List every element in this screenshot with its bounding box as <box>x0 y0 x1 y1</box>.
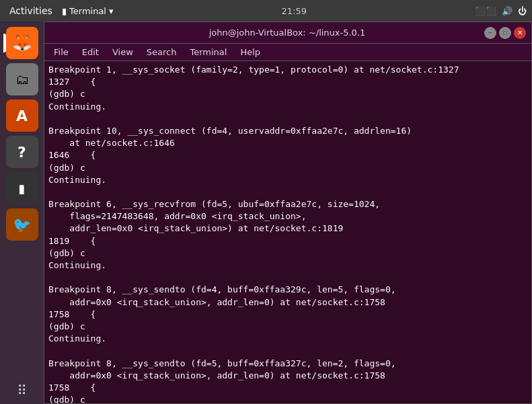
apps-grid-icon: ⠿ <box>17 382 27 399</box>
top-bar-left: Activities ▮ Terminal ▾ <box>5 5 114 16</box>
menu-file[interactable]: File <box>48 46 74 58</box>
firefox-icon: 🦊 <box>12 34 32 52</box>
terminal-sidebar-icon: ▮ <box>19 181 26 196</box>
power-icon: ⏻ <box>518 6 527 16</box>
activities-button[interactable]: Activities <box>5 5 56 16</box>
files-icon: 🗂 <box>15 71 29 87</box>
menu-search[interactable]: Search <box>141 46 182 58</box>
sidebar-item-files[interactable]: 🗂 <box>6 63 38 95</box>
terminal-menu-button[interactable]: ▮ Terminal ▾ <box>62 6 114 16</box>
top-bar-time: 21:59 <box>282 6 307 16</box>
software-icon: A <box>16 108 28 124</box>
sidebar-apps-button[interactable]: ⠿ <box>17 382 27 399</box>
sidebar-item-software[interactable]: A <box>6 99 38 132</box>
terminal-output[interactable]: Breakpoint 1, __sys_socket (family=2, ty… <box>44 61 531 403</box>
sidebar-item-firefox[interactable]: 🦊 <box>6 27 38 59</box>
close-button[interactable]: ✕ <box>514 27 526 39</box>
minimize-button[interactable]: − <box>484 27 496 39</box>
menu-edit[interactable]: Edit <box>77 46 104 58</box>
sidebar-item-terminal[interactable]: ▮ <box>6 172 38 204</box>
top-bar-right: ⬛⬛ 🔊 ⏻ <box>475 6 527 16</box>
window-titlebar: john@john-VirtualBox: ~/linux-5.0.1 − □ … <box>44 22 531 44</box>
bird-icon: 🐦 <box>13 216 31 233</box>
chevron-down-icon: ▾ <box>109 6 114 16</box>
system-icons: ⬛⬛ 🔊 ⏻ <box>475 6 527 16</box>
menu-view[interactable]: View <box>107 46 139 58</box>
terminal-window: john@john-VirtualBox: ~/linux-5.0.1 − □ … <box>44 22 532 404</box>
maximize-button[interactable]: □ <box>499 27 511 39</box>
top-bar: Activities ▮ Terminal ▾ 21:59 ⬛⬛ 🔊 ⏻ <box>0 0 532 22</box>
volume-icon: 🔊 <box>502 6 512 16</box>
help-icon: ? <box>17 144 26 161</box>
sidebar: 🦊 🗂 A ? ▮ 🐦 ⠿ <box>0 22 44 404</box>
menu-bar: File Edit View Search Terminal Help <box>44 44 531 61</box>
menu-help[interactable]: Help <box>235 46 266 58</box>
sidebar-item-help[interactable]: ? <box>6 136 38 168</box>
window-controls: − □ ✕ <box>484 27 526 39</box>
terminal-icon: ▮ <box>62 6 67 16</box>
sidebar-item-bird[interactable]: 🐦 <box>6 208 38 241</box>
window-title: john@john-VirtualBox: ~/linux-5.0.1 <box>90 28 484 38</box>
menu-terminal[interactable]: Terminal <box>184 46 232 58</box>
network-icon: ⬛⬛ <box>475 6 496 16</box>
